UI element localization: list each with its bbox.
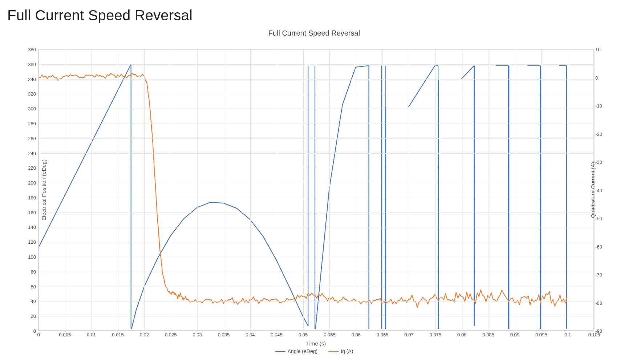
x-tick-label: 0.04 bbox=[246, 332, 255, 337]
x-tick-label: 0.085 bbox=[482, 332, 494, 337]
x-tick-label: 0.01 bbox=[87, 332, 96, 337]
y-right-tick-label: -60 bbox=[595, 244, 608, 249]
y-right-tick-label: -80 bbox=[595, 300, 608, 306]
x-tick-label: 0.095 bbox=[535, 332, 547, 337]
x-tick-label: 0.025 bbox=[165, 332, 177, 337]
y-right-tick-label: -70 bbox=[595, 272, 608, 278]
y-left-tick-label: 180 bbox=[27, 195, 36, 200]
y-left-tick-label: 20 bbox=[27, 314, 36, 319]
y-left-tick-label: 280 bbox=[27, 121, 36, 126]
y-right-tick-label: -50 bbox=[595, 216, 608, 221]
y-axis-right-label: Quadrature Current (A) bbox=[589, 162, 596, 218]
x-tick-label: 0.055 bbox=[324, 332, 336, 337]
chart-title: Full Current Speed Reversal bbox=[7, 29, 621, 37]
x-tick-label: 0.005 bbox=[59, 332, 71, 337]
x-tick-label: 0 bbox=[37, 332, 40, 337]
chart-container: Full Current Speed Reversal Time (s) Ele… bbox=[7, 29, 621, 356]
y-left-tick-label: 140 bbox=[27, 225, 36, 230]
y-right-tick-label: -40 bbox=[595, 187, 608, 193]
y-left-tick-label: 240 bbox=[27, 150, 36, 156]
legend-item-iq: Iq (A) bbox=[328, 348, 353, 354]
y-left-tick-label: 320 bbox=[27, 91, 36, 97]
y-left-tick-label: 0 bbox=[27, 328, 36, 334]
x-tick-label: 0.035 bbox=[218, 332, 230, 337]
legend-item-angle: Angle (eDeg) bbox=[275, 348, 318, 354]
x-tick-label: 0.08 bbox=[457, 332, 466, 337]
y-right-tick-label: -90 bbox=[595, 328, 608, 334]
y-left-tick-label: 300 bbox=[27, 106, 36, 112]
y-left-tick-label: 260 bbox=[27, 136, 36, 141]
y-left-tick-label: 60 bbox=[27, 284, 36, 289]
x-tick-label: 0.065 bbox=[377, 332, 389, 337]
y-left-tick-label: 200 bbox=[27, 180, 36, 186]
x-tick-label: 0.02 bbox=[140, 332, 149, 337]
y-left-tick-label: 380 bbox=[27, 47, 36, 52]
y-left-tick-label: 220 bbox=[27, 165, 36, 171]
plot-svg bbox=[39, 49, 593, 330]
legend-label-angle: Angle (eDeg) bbox=[288, 348, 318, 354]
x-tick-label: 0.1 bbox=[564, 332, 571, 337]
x-tick-label: 0.07 bbox=[404, 332, 413, 337]
legend-swatch-iq bbox=[328, 351, 339, 352]
legend-swatch-angle bbox=[275, 351, 285, 352]
page-title: Full Current Speed Reversal bbox=[7, 7, 621, 24]
y-right-tick-label: 10 bbox=[595, 47, 608, 52]
y-right-tick-label: 0 bbox=[595, 75, 608, 80]
x-tick-label: 0.045 bbox=[271, 332, 283, 337]
plot-area: Time (s) Electrical Position (eDeg) Quad… bbox=[38, 49, 594, 331]
x-tick-label: 0.03 bbox=[193, 332, 202, 337]
y-right-tick-label: -10 bbox=[595, 103, 608, 109]
y-right-tick-label: -20 bbox=[595, 131, 608, 137]
y-axis-left-label: Electrical Position (eDeg) bbox=[41, 159, 47, 220]
x-tick-label: 0.05 bbox=[299, 332, 308, 337]
y-left-tick-label: 100 bbox=[27, 254, 36, 260]
y-left-tick-label: 120 bbox=[27, 239, 36, 245]
x-tick-label: 0.09 bbox=[510, 332, 519, 337]
x-axis-label: Time (s) bbox=[306, 340, 326, 347]
chart-legend: Angle (eDeg) Iq (A) bbox=[275, 348, 353, 354]
page-root: Full Current Speed Reversal Full Current… bbox=[0, 0, 628, 364]
y-left-tick-label: 160 bbox=[27, 210, 36, 215]
x-tick-label: 0.06 bbox=[352, 332, 361, 337]
y-left-tick-label: 40 bbox=[27, 299, 36, 304]
y-left-tick-label: 360 bbox=[27, 61, 36, 67]
x-tick-label: 0.075 bbox=[430, 332, 442, 337]
x-tick-label: 0.015 bbox=[112, 332, 124, 337]
legend-label-iq: Iq (A) bbox=[341, 348, 353, 354]
y-left-tick-label: 80 bbox=[27, 269, 36, 274]
y-right-tick-label: -30 bbox=[595, 159, 608, 165]
y-left-tick-label: 340 bbox=[27, 76, 36, 82]
